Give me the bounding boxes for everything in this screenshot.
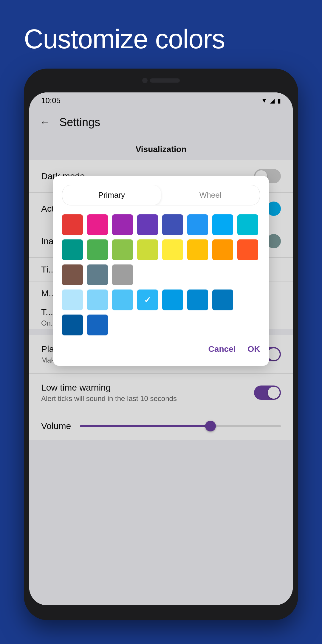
color-swatch-deep-purple[interactable] bbox=[137, 214, 158, 235]
color-swatch-blue[interactable] bbox=[187, 214, 208, 235]
color-swatch-light-blue-800[interactable] bbox=[212, 290, 233, 310]
color-swatch-brown[interactable] bbox=[62, 264, 83, 285]
color-row-5 bbox=[62, 315, 260, 335]
color-picker-dialog: Primary Wheel bbox=[53, 176, 269, 366]
color-picker-overlay: Primary Wheel bbox=[29, 136, 293, 605]
phone-top-bar bbox=[24, 69, 298, 92]
color-swatch-blue-800[interactable] bbox=[87, 315, 108, 335]
color-row-3 bbox=[62, 264, 260, 285]
color-swatch-light-blue-200[interactable] bbox=[87, 290, 108, 310]
color-swatch-light-blue-900[interactable] bbox=[62, 315, 83, 335]
tab-wheel[interactable]: Wheel bbox=[161, 185, 260, 205]
color-picker-tabs: Primary Wheel bbox=[62, 185, 260, 205]
color-swatch-green[interactable] bbox=[87, 239, 108, 260]
color-swatch-deep-orange[interactable] bbox=[237, 239, 258, 260]
phone-screen: 10:05 ▼ ◢ ▮ ← Settings Visualization Dar… bbox=[29, 92, 293, 605]
ok-button[interactable]: OK bbox=[247, 341, 260, 357]
color-swatch-light-blue-300[interactable] bbox=[112, 290, 133, 310]
settings-content: Visualization Dark mode Active player co… bbox=[29, 136, 293, 605]
color-swatch-light-blue[interactable] bbox=[212, 214, 233, 235]
phone-frame: 10:05 ▼ ◢ ▮ ← Settings Visualization Dar… bbox=[24, 69, 298, 620]
color-swatch-teal[interactable] bbox=[62, 239, 83, 260]
color-swatch-grey[interactable] bbox=[112, 264, 133, 285]
tab-primary[interactable]: Primary bbox=[62, 185, 161, 205]
color-swatch-pink[interactable] bbox=[87, 214, 108, 235]
color-swatch-lime[interactable] bbox=[137, 239, 158, 260]
color-swatch-light-blue-100[interactable] bbox=[62, 290, 83, 310]
color-swatch-red[interactable] bbox=[62, 214, 83, 235]
color-swatch-indigo[interactable] bbox=[162, 214, 183, 235]
color-swatch-light-blue-700[interactable] bbox=[187, 290, 208, 310]
dialog-actions: Cancel OK bbox=[62, 341, 260, 357]
color-swatch-light-blue-400[interactable] bbox=[137, 290, 158, 310]
color-swatch-cyan[interactable] bbox=[237, 214, 258, 235]
color-swatch-orange[interactable] bbox=[212, 239, 233, 260]
color-row-4 bbox=[62, 290, 260, 310]
color-swatch-amber[interactable] bbox=[187, 239, 208, 260]
color-swatch-purple[interactable] bbox=[112, 214, 133, 235]
color-swatch-yellow[interactable] bbox=[162, 239, 183, 260]
color-swatch-light-green[interactable] bbox=[112, 239, 133, 260]
cancel-button[interactable]: Cancel bbox=[208, 341, 236, 357]
color-swatch-light-blue-600[interactable] bbox=[162, 290, 183, 310]
color-swatch-blue-grey[interactable] bbox=[87, 264, 108, 285]
color-grid bbox=[62, 214, 260, 335]
color-row-2 bbox=[62, 239, 260, 260]
phone-speaker bbox=[150, 78, 180, 83]
phone-camera bbox=[142, 78, 148, 83]
color-row-1 bbox=[62, 214, 260, 235]
page-title: Customize colors bbox=[24, 24, 225, 55]
